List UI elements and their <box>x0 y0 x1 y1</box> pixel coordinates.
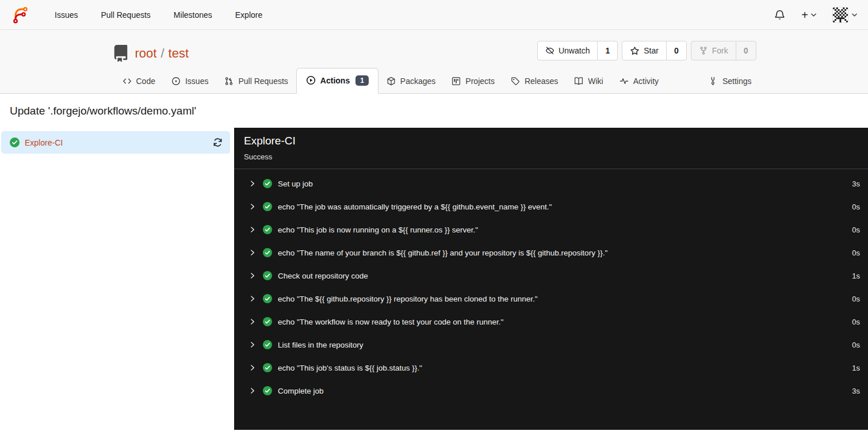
step-row-echo-job-status[interactable]: echo "This job's status is ${{ job.statu… <box>234 356 868 379</box>
tab-releases[interactable]: Releases <box>503 70 566 93</box>
fork-button[interactable]: Fork 0 <box>691 41 756 60</box>
chevron-right-icon <box>249 364 256 371</box>
tab-label: Wiki <box>588 77 603 86</box>
step-row-complete-job[interactable]: Complete job 3s <box>234 379 868 402</box>
step-duration: 0s <box>852 295 860 303</box>
nav-link-issues[interactable]: Issues <box>43 1 89 29</box>
tab-label: Projects <box>465 77 495 86</box>
create-new-button[interactable]: + <box>801 9 816 21</box>
step-row-echo-branch-name[interactable]: echo "The name of your branch is ${{ git… <box>234 241 868 264</box>
project-board-icon <box>452 77 461 86</box>
notifications-button[interactable] <box>774 9 785 21</box>
user-menu-button[interactable] <box>832 7 857 23</box>
step-duration: 1s <box>852 272 860 280</box>
chevron-right-icon <box>249 341 256 348</box>
tab-code[interactable]: Code <box>114 70 163 93</box>
tab-actions[interactable]: Actions 1 <box>296 68 378 94</box>
jobs-sidebar: Explore-CI <box>0 128 234 430</box>
chevron-right-icon <box>249 226 256 233</box>
chevron-right-icon <box>249 272 256 279</box>
bell-icon <box>774 9 785 21</box>
repo-icon <box>112 45 129 62</box>
tab-label: Settings <box>722 77 752 86</box>
rerun-job-button[interactable] <box>212 136 224 148</box>
step-label: echo "The name of your branch is ${{ git… <box>278 249 607 257</box>
watch-count[interactable]: 1 <box>597 41 617 60</box>
star-count[interactable]: 0 <box>666 41 686 60</box>
nav-link-explore[interactable]: Explore <box>224 1 274 29</box>
step-success-icon <box>263 340 272 349</box>
nav-link-milestones[interactable]: Milestones <box>162 1 224 29</box>
tools-icon <box>709 77 718 86</box>
tab-wiki[interactable]: Wiki <box>566 70 611 93</box>
chevron-right-icon <box>249 249 256 256</box>
step-row-checkout-code[interactable]: Check out repository code 1s <box>234 264 868 287</box>
star-button[interactable]: Star 0 <box>622 41 686 60</box>
step-row-list-files[interactable]: List files in the repository 0s <box>234 333 868 356</box>
step-row-setup-job[interactable]: Set up job 3s <box>234 172 868 195</box>
step-row-echo-triggered[interactable]: echo "The job was automatically triggere… <box>234 195 868 218</box>
repo-tab-bar: Code Issues Pull Requests <box>109 68 760 93</box>
step-duration: 0s <box>852 226 860 234</box>
navbar-right: + <box>774 7 857 23</box>
step-duration: 3s <box>852 180 860 188</box>
repo-title-row: root / test Unwatch 1 <box>109 30 760 68</box>
step-row-echo-cloned[interactable]: echo "The ${{ github.repository }} repos… <box>234 287 868 310</box>
chevron-right-icon <box>249 203 256 210</box>
star-icon <box>630 46 640 56</box>
page-title-block: Update '.forgejo/workflows/demo.yaml' <box>0 94 868 128</box>
forgejo-logo[interactable] <box>11 6 29 24</box>
play-circle-icon <box>306 75 316 85</box>
chevron-down-icon <box>811 13 816 17</box>
tab-projects[interactable]: Projects <box>443 70 503 93</box>
tab-pull-requests[interactable]: Pull Requests <box>216 70 296 93</box>
tab-label: Packages <box>400 77 435 86</box>
step-success-icon <box>263 386 272 395</box>
navbar-links: Issues Pull Requests Milestones Explore <box>43 1 274 29</box>
step-success-icon <box>263 248 272 257</box>
step-label: echo "The ${{ github.repository }} repos… <box>278 295 538 303</box>
forgejo-logo-icon <box>11 6 29 24</box>
step-label: List files in the repository <box>278 341 364 349</box>
chevron-right-icon <box>249 318 256 325</box>
step-duration: 1s <box>852 364 860 372</box>
step-success-icon <box>263 363 272 372</box>
repo-name-link[interactable]: test <box>169 46 189 61</box>
repo-owner-link[interactable]: root <box>135 46 157 61</box>
nav-link-pull-requests[interactable]: Pull Requests <box>89 1 162 29</box>
step-success-icon <box>263 294 272 303</box>
tab-label: Code <box>136 77 155 86</box>
unwatch-button[interactable]: Unwatch 1 <box>537 41 618 60</box>
pulse-icon <box>620 77 629 86</box>
run-job-title: Explore-CI <box>244 135 858 147</box>
page-title: Update '.forgejo/workflows/demo.yaml' <box>10 105 196 117</box>
tab-issues[interactable]: Issues <box>163 70 216 93</box>
unwatch-label: Unwatch <box>559 46 590 55</box>
repo-breadcrumb: root / test <box>135 46 189 61</box>
chevron-right-icon <box>249 295 256 302</box>
tab-settings[interactable]: Settings <box>701 70 760 93</box>
repo-action-buttons: Unwatch 1 Star 0 <box>537 41 756 60</box>
step-duration: 0s <box>852 249 860 257</box>
step-row-echo-ready-to-test[interactable]: echo "The workflow is now ready to test … <box>234 310 868 333</box>
sidebar-job-explore-ci[interactable]: Explore-CI <box>1 131 230 154</box>
tab-activity[interactable]: Activity <box>611 70 667 93</box>
package-icon <box>387 77 396 86</box>
tab-label: Activity <box>633 77 659 86</box>
tab-label: Issues <box>185 77 208 86</box>
tag-icon <box>511 77 520 86</box>
eye-closed-icon <box>545 46 555 55</box>
step-row-echo-running-on[interactable]: echo "This job is now running on a ${{ r… <box>234 218 868 241</box>
star-label: Star <box>644 46 659 55</box>
chevron-down-icon <box>852 13 857 17</box>
actions-run-content: Explore-CI Explore-CI Success Se <box>0 128 868 430</box>
top-navbar: Issues Pull Requests Milestones Explore … <box>0 0 868 30</box>
step-duration: 0s <box>852 341 860 349</box>
step-label: Set up job <box>278 180 313 188</box>
user-avatar <box>832 7 848 23</box>
fork-count[interactable]: 0 <box>736 41 756 60</box>
step-label: Complete job <box>278 387 324 395</box>
tab-packages[interactable]: Packages <box>378 70 443 93</box>
step-success-icon <box>263 202 272 211</box>
issue-icon <box>171 77 181 86</box>
